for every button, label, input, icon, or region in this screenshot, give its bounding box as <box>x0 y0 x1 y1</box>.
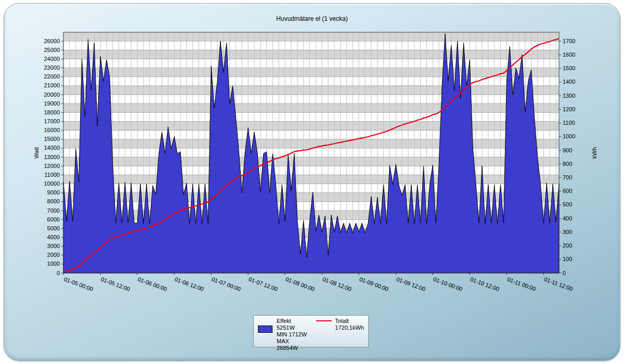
legend-totalt-name: Totalt <box>335 318 364 324</box>
chart-panel <box>4 3 620 361</box>
legend-totalt-value: 1720,1kWh <box>335 324 364 331</box>
totalt-line-swatch <box>316 320 332 321</box>
legend-effekt-name: Effekt <box>277 318 308 324</box>
legend-effekt-min: MIN 1712W <box>277 331 308 338</box>
legend-effekt-value: 5251W <box>277 324 308 331</box>
legend-effekt-group: Effekt 5251W MIN 1712W MAX 26854W <box>258 318 308 352</box>
effekt-area-swatch <box>258 326 272 333</box>
legend-effekt-max: MAX 26854W <box>277 338 308 352</box>
legend-totalt-group: Totalt 1720,1kWh <box>316 318 364 331</box>
chart-window: Huvudmätare el (1 vecka) 010002000300040… <box>0 0 624 364</box>
chart-title: Huvudmätare el (1 vecka) <box>0 15 624 22</box>
legend: Effekt 5251W MIN 1712W MAX 26854W Totalt… <box>253 315 369 347</box>
